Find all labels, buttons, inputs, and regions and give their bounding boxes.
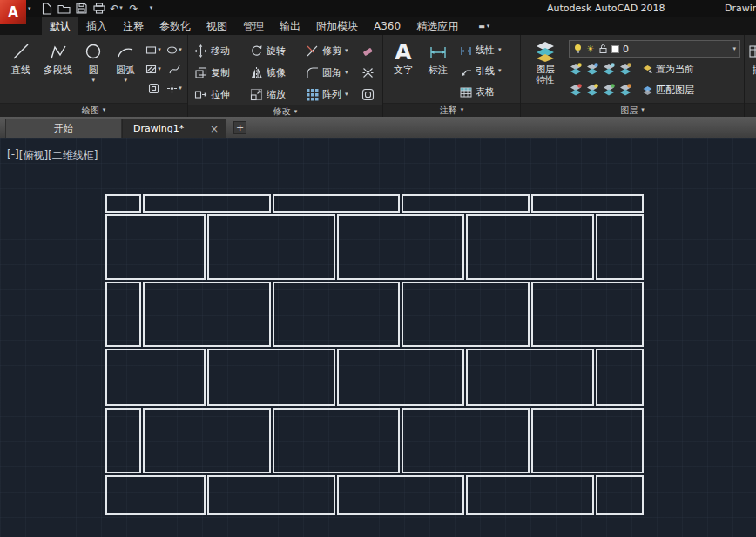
point-button[interactable]: ▾ (165, 79, 184, 97)
trim-button[interactable]: 修剪 ▾ (303, 44, 359, 58)
tab-manage[interactable]: 管理 (235, 17, 272, 35)
model-space-canvas[interactable]: [-] [俯视] [二维线框] (0, 138, 756, 537)
boundary-button[interactable] (144, 79, 163, 97)
brick (106, 195, 140, 212)
file-tab-start[interactable]: 开始 (5, 119, 122, 138)
viewport-control-view[interactable]: [俯视] (19, 148, 48, 163)
autocad-logo[interactable]: A (0, 0, 26, 24)
tab-view[interactable]: 视图 (199, 17, 235, 35)
new-file-button[interactable] (38, 1, 55, 16)
file-tab-label: Drawing1* (133, 123, 184, 134)
panel-layers-body: 图层特性 ☀ 0 ▾ (521, 35, 744, 103)
tab-annotate[interactable]: 注释 (115, 17, 152, 35)
layer-thaw-all-icon[interactable] (602, 83, 616, 97)
arc-button[interactable]: 圆弧 ▾ (109, 37, 142, 103)
spline-button[interactable] (165, 60, 184, 78)
plot-button[interactable] (91, 1, 107, 16)
panel-layers-footer[interactable]: 图层 ▾ (521, 103, 744, 117)
trim-icon (306, 44, 319, 58)
viewport-control-minimize[interactable]: [-] (7, 148, 19, 163)
polyline-button[interactable]: 多段线 (38, 37, 78, 103)
tab-addins[interactable]: 附加模块 (308, 17, 366, 35)
layer-isolate-icon[interactable] (585, 62, 599, 76)
layer-freeze-icon[interactable] (602, 62, 616, 76)
tool-label: 圆 (89, 64, 98, 77)
linear-dimension-button[interactable]: 线性 ▾ (460, 40, 502, 60)
line-button[interactable]: 直线 (3, 37, 38, 103)
arc-dropdown-icon[interactable]: ▾ (124, 78, 127, 84)
ribbon-display-toggle[interactable]: ▬ ▾ (473, 17, 495, 35)
stretch-button[interactable]: 拉伸 (192, 88, 247, 101)
leader-button[interactable]: 引线 ▾ (460, 61, 502, 81)
brick (467, 476, 593, 514)
panel-annotate: A 文字 标注 线性 ▾ 引线 ▾ (383, 35, 521, 117)
layer-unisolate-icon[interactable] (585, 83, 599, 97)
tool-label: 匹配图层 (656, 84, 694, 97)
open-file-button[interactable] (56, 1, 72, 16)
panel-annotate-footer[interactable]: 注释 ▾ (383, 103, 520, 117)
mirror-button[interactable]: 镜像 (247, 66, 303, 79)
tab-a360[interactable]: A360 (366, 17, 408, 35)
save-button[interactable] (73, 1, 90, 16)
ellipse-button[interactable]: ▾ (165, 41, 184, 58)
tab-insert[interactable]: 插入 (78, 17, 115, 35)
qat-customize-button[interactable]: ▾ (143, 1, 159, 16)
explode-button[interactable] (359, 66, 376, 79)
tab-parametric[interactable]: 参数化 (152, 17, 199, 35)
layer-select[interactable]: ☀ 0 ▾ (569, 40, 740, 58)
trim-dropdown-icon[interactable]: ▾ (345, 48, 348, 54)
array-dropdown-icon[interactable]: ▾ (345, 92, 348, 98)
fillet-button[interactable]: 圆角 ▾ (303, 66, 359, 79)
scale-button[interactable]: 缩放 (247, 88, 303, 101)
layer-off-icon[interactable] (569, 62, 583, 76)
app-menu-dropdown-icon[interactable]: ▾ (28, 5, 31, 12)
panel-modify-footer[interactable]: 修改 ▾ (188, 105, 382, 117)
tab-output[interactable]: 输出 (272, 17, 308, 35)
tool-label: 复制 (211, 66, 230, 79)
copy-button[interactable]: 复制 (192, 66, 247, 79)
make-current-button[interactable]: 置为当前 (642, 63, 694, 76)
circle-dropdown-icon[interactable]: ▾ (92, 78, 96, 84)
tool-label: 镜像 (267, 66, 286, 79)
tab-featured-apps[interactable]: 精选应用 (408, 17, 466, 35)
offset-button[interactable] (359, 88, 376, 101)
table-button[interactable]: 表格 (460, 82, 502, 102)
close-tab-icon[interactable]: × (210, 123, 219, 135)
brick (273, 195, 399, 212)
layer-properties-button[interactable]: 图层特性 (524, 37, 566, 103)
match-layer-button[interactable]: 匹配图层 (642, 84, 694, 97)
new-drawing-tab-button[interactable]: + (233, 121, 246, 134)
panel-expand-icon: ▾ (461, 107, 464, 113)
brick (402, 195, 529, 212)
undo-button[interactable]: ↶ ▾ (108, 1, 125, 16)
undo-dropdown-icon[interactable]: ▾ (119, 5, 123, 11)
dimension-button[interactable]: 标注 (420, 37, 456, 103)
linear-icon (460, 44, 472, 57)
redo-button[interactable]: ↷ (125, 1, 142, 16)
erase-button[interactable] (359, 44, 376, 58)
move-button[interactable]: 移动 (192, 44, 247, 58)
panel-label: 绘图 (82, 105, 99, 117)
viewport-control-visual-style[interactable]: [二维线框] (48, 148, 98, 163)
layer-lock-icon[interactable] (618, 62, 632, 76)
rectangle-button[interactable]: ▾ (144, 41, 163, 58)
text-button[interactable]: A 文字 (387, 37, 420, 103)
layer-unlock-all-icon[interactable] (618, 83, 632, 97)
tab-default[interactable]: 默认 (42, 17, 78, 35)
fillet-dropdown-icon[interactable]: ▾ (345, 70, 348, 76)
panel-draw-footer[interactable]: 绘图 ▾ (0, 103, 187, 117)
tool-label: 圆角 (322, 66, 341, 79)
hatch-button[interactable]: ▾ (144, 60, 163, 78)
file-tab-drawing1[interactable]: Drawing1* × (122, 119, 226, 138)
tool-label: 表格 (476, 85, 495, 99)
linear-dropdown-icon[interactable]: ▾ (498, 47, 502, 53)
brick (467, 215, 593, 279)
rotate-button[interactable]: 旋转 (247, 44, 303, 58)
circle-button[interactable]: 圆 ▾ (78, 37, 109, 103)
brick (467, 350, 593, 405)
leader-dropdown-icon[interactable]: ▾ (498, 68, 502, 74)
insert-block-button[interactable]: 插 (748, 37, 756, 103)
layer-on-icon[interactable] (569, 83, 583, 97)
layer-on-bulb-icon (573, 44, 583, 54)
array-button[interactable]: 阵列 ▾ (303, 88, 359, 101)
